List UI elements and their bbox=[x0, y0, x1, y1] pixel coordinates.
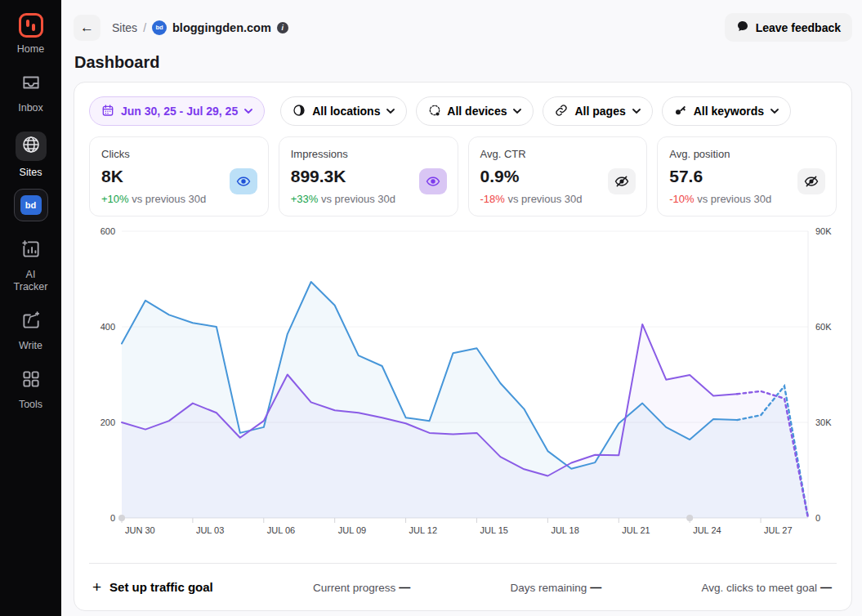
sidebar-item-tools[interactable]: Tools bbox=[19, 368, 42, 410]
site-favicon: bd bbox=[20, 195, 42, 215]
eye-icon bbox=[236, 174, 251, 189]
setup-traffic-goal-button[interactable]: + Set up traffic goal bbox=[92, 578, 213, 596]
sites-tile bbox=[16, 132, 47, 161]
app-logo-icon bbox=[19, 13, 43, 38]
leave-feedback-button[interactable]: Leave feedback bbox=[725, 13, 852, 42]
svg-text:JUL 03: JUL 03 bbox=[196, 525, 224, 535]
calendar-icon bbox=[101, 104, 114, 119]
chevron-down-icon bbox=[632, 109, 641, 114]
devices-scan-icon bbox=[428, 104, 440, 119]
toggle-series-button[interactable] bbox=[797, 168, 825, 194]
inbox-icon bbox=[20, 72, 42, 96]
metric-card-clicks[interactable]: Clicks 8K +10% vs previous 30d bbox=[89, 136, 269, 216]
back-button[interactable]: ← bbox=[74, 15, 100, 41]
goal-stat-days-remaining: Days remaining— bbox=[510, 581, 601, 594]
svg-text:JUL 24: JUL 24 bbox=[693, 525, 721, 535]
svg-text:JUL 12: JUL 12 bbox=[409, 525, 437, 535]
svg-text:90K: 90K bbox=[815, 226, 832, 236]
locations-filter[interactable]: All locations bbox=[280, 96, 407, 126]
info-icon[interactable]: i bbox=[277, 22, 288, 33]
metric-card-avg-position[interactable]: Avg. position 57.6 -10% vs previous 30d bbox=[657, 136, 837, 216]
sidebar-item-label: Inbox bbox=[18, 102, 43, 114]
chevron-down-icon bbox=[513, 109, 521, 114]
svg-text:200: 200 bbox=[100, 417, 115, 427]
svg-text:400: 400 bbox=[100, 322, 115, 332]
svg-text:JUL 21: JUL 21 bbox=[622, 525, 650, 535]
eye-off-icon bbox=[614, 174, 629, 189]
sidebar-selected-site[interactable]: bd bbox=[14, 189, 48, 221]
locations-filter-label: All locations bbox=[312, 105, 380, 118]
svg-text:JUL 18: JUL 18 bbox=[551, 525, 578, 535]
toggle-series-button[interactable] bbox=[419, 168, 447, 194]
metric-card-impressions[interactable]: Impressions 899.3K +33% vs previous 30d bbox=[279, 136, 458, 216]
sidebar-item-label: Write bbox=[19, 340, 42, 351]
delta-value: -10% bbox=[669, 193, 694, 205]
chevron-down-icon bbox=[386, 109, 395, 114]
goal-stat-value: — bbox=[820, 581, 832, 594]
metric-cards: Clicks 8K +10% vs previous 30d Impressio… bbox=[89, 136, 837, 216]
sidebar-item-write[interactable]: Write bbox=[19, 310, 42, 351]
sidebar-item-label: Tools bbox=[19, 399, 42, 410]
link-icon bbox=[555, 104, 568, 119]
devices-filter[interactable]: All devices bbox=[416, 96, 534, 126]
filter-bar: Jun 30, 25 - Jul 29, 25 All locations Al… bbox=[89, 96, 837, 126]
write-icon bbox=[20, 310, 42, 334]
svg-text:JUN 30: JUN 30 bbox=[125, 525, 155, 535]
eye-off-icon bbox=[804, 174, 819, 189]
devices-filter-label: All devices bbox=[447, 105, 507, 118]
svg-text:30K: 30K bbox=[815, 417, 832, 427]
metric-card-avg-ctr[interactable]: Avg. CTR 0.9% -18% vs previous 30d bbox=[468, 136, 648, 216]
traffic-chart[interactable]: 0020030K40060K60090KJUN 30JUL 03JUL 06JU… bbox=[89, 221, 837, 566]
sidebar: Home Inbox Sites bd bbox=[0, 0, 61, 616]
date-range-label: Jun 30, 25 - Jul 29, 25 bbox=[121, 105, 238, 118]
eye-icon bbox=[426, 174, 440, 189]
svg-text:0: 0 bbox=[815, 513, 820, 523]
leave-feedback-label: Leave feedback bbox=[756, 21, 841, 34]
sidebar-item-ai-tracker[interactable]: AI Tracker bbox=[9, 239, 53, 292]
metric-label: Avg. CTR bbox=[480, 148, 636, 160]
pages-filter[interactable]: All pages bbox=[543, 96, 652, 126]
breadcrumb: Sites / bd bloggingden.com i bbox=[112, 20, 288, 35]
plus-icon: + bbox=[92, 578, 101, 596]
sidebar-item-label: Home bbox=[17, 43, 44, 55]
goal-stat-value: — bbox=[399, 581, 410, 594]
globe-icon bbox=[21, 135, 41, 158]
date-range-filter[interactable]: Jun 30, 25 - Jul 29, 25 bbox=[89, 96, 265, 126]
metric-delta-text: -10% vs previous 30d bbox=[669, 193, 824, 205]
tools-grid-icon bbox=[20, 368, 42, 393]
topbar: ← Sites / bd bloggingden.com i Leave fee… bbox=[61, 0, 862, 48]
breadcrumb-site-name[interactable]: bloggingden.com bbox=[172, 21, 271, 34]
setup-traffic-goal-label: Set up traffic goal bbox=[109, 580, 213, 594]
delta-value: +10% bbox=[101, 193, 129, 205]
dashboard-card: Jun 30, 25 - Jul 29, 25 All locations Al… bbox=[74, 82, 852, 611]
goal-stat-current-progress: Current progress— bbox=[313, 581, 410, 594]
main-area: ← Sites / bd bloggingden.com i Leave fee… bbox=[61, 0, 862, 616]
svg-text:60K: 60K bbox=[815, 322, 832, 332]
location-globe-icon bbox=[293, 104, 306, 119]
keywords-filter[interactable]: All keywords bbox=[662, 96, 791, 126]
sidebar-item-home[interactable]: Home bbox=[17, 13, 44, 55]
chat-bubble-icon bbox=[736, 20, 749, 35]
sidebar-item-inbox[interactable]: Inbox bbox=[18, 72, 43, 114]
traffic-chart-svg[interactable]: 0020030K40060K60090KJUN 30JUL 03JUL 06JU… bbox=[89, 221, 838, 540]
breadcrumb-sites-link[interactable]: Sites bbox=[112, 21, 137, 34]
chevron-down-icon bbox=[770, 109, 779, 114]
sidebar-item-sites[interactable]: Sites bbox=[16, 132, 47, 178]
toggle-series-button[interactable] bbox=[230, 168, 257, 194]
breadcrumb-separator: / bbox=[143, 21, 146, 34]
site-favicon: bd bbox=[152, 20, 167, 35]
metric-delta-text: -18% vs previous 30d bbox=[480, 193, 636, 205]
metric-delta-text: +33% vs previous 30d bbox=[291, 193, 446, 205]
delta-value: -18% bbox=[480, 193, 505, 205]
sidebar-item-label: AI Tracker bbox=[9, 269, 53, 292]
chevron-down-icon bbox=[244, 109, 252, 114]
svg-text:JUL 06: JUL 06 bbox=[267, 525, 295, 535]
metric-delta-text: +10% vs previous 30d bbox=[101, 193, 257, 205]
svg-text:0: 0 bbox=[110, 513, 115, 523]
page-title: Dashboard bbox=[61, 48, 862, 82]
sidebar-item-label: Sites bbox=[20, 167, 42, 178]
metric-label: Clicks bbox=[101, 148, 257, 160]
traffic-goal-bar: + Set up traffic goal Current progress— … bbox=[89, 563, 837, 610]
toggle-series-button[interactable] bbox=[608, 168, 636, 194]
goal-stat-avg-clicks: Avg. clicks to meet goal— bbox=[701, 581, 832, 594]
